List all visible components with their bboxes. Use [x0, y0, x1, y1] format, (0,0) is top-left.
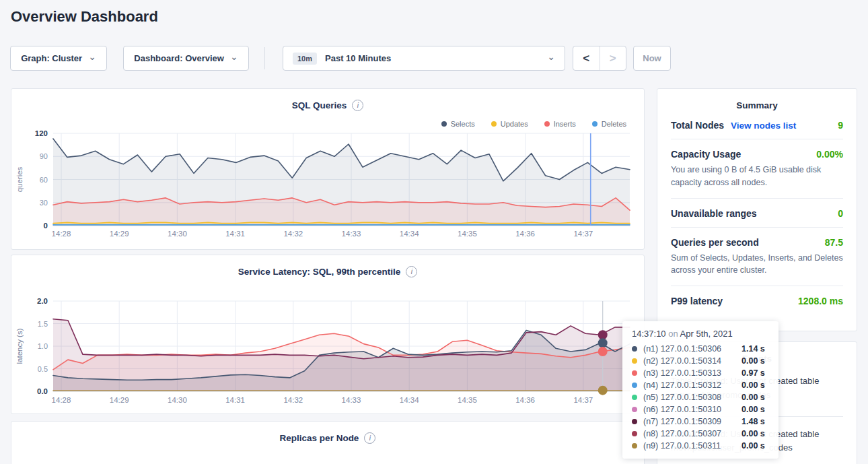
total-nodes-row: Total Nodes View nodes list 9 [657, 110, 857, 139]
sql-queries-panel: SQL Queries i SelectsUpdatesInsertsDelet… [11, 88, 645, 250]
qps-value: 87.5 [825, 237, 843, 248]
svg-text:queries: queries [15, 166, 24, 192]
node-color-dot [632, 407, 637, 412]
tooltip-node-row: (n7) 127.0.0.1:503091.48 s [632, 416, 769, 428]
service-latency-chart[interactable]: 14:2814:2914:3014:3114:3214:3314:3414:35… [11, 293, 644, 415]
svg-text:14:35: 14:35 [458, 396, 477, 404]
time-range-badge: 10m [293, 53, 317, 65]
svg-text:14:33: 14:33 [342, 230, 361, 238]
p99-latency-value: 1208.0 ms [798, 296, 843, 306]
unavailable-ranges-label: Unavailable ranges [671, 208, 757, 219]
info-icon[interactable]: i [406, 266, 417, 277]
svg-text:14:29: 14:29 [110, 230, 129, 238]
svg-text:14:34: 14:34 [400, 396, 419, 404]
legend-dot [491, 121, 497, 127]
prev-time-button[interactable]: < [573, 46, 600, 70]
tooltip-node-row: (n1) 127.0.0.1:503061.14 s [632, 343, 769, 355]
info-icon[interactable]: i [364, 432, 375, 444]
total-nodes-value: 9 [838, 120, 843, 131]
time-range-selector[interactable]: 10m Past 10 Minutes ⌄ [283, 46, 565, 71]
tooltip-node-row: (n4) 127.0.0.1:503120.00 s [632, 379, 769, 391]
tooltip-node-row: (n3) 127.0.0.1:503130.97 s [632, 367, 769, 379]
svg-text:2.0: 2.0 [37, 297, 48, 305]
legend-dot [544, 121, 550, 127]
service-latency-title: Service Latency: SQL, 99th percentile i [11, 255, 644, 277]
summary-heading: Summary [657, 89, 857, 110]
svg-text:120: 120 [35, 129, 48, 137]
svg-text:14:36: 14:36 [515, 396, 535, 404]
svg-text:14:31: 14:31 [225, 396, 245, 404]
node-color-dot [632, 431, 637, 436]
tooltip-node-row: (n5) 127.0.0.1:503080.00 s [632, 391, 769, 403]
service-latency-panel: Service Latency: SQL, 99th percentile i … [11, 255, 645, 414]
time-nav-arrows: < > [573, 46, 626, 71]
summary-panel: Summary Total Nodes View nodes list 9 Ca… [657, 88, 857, 331]
svg-text:14:32: 14:32 [283, 230, 303, 238]
graph-scope-label: Graph: Cluster [21, 53, 82, 63]
qps-desc: Sum of Selects, Updates, Inserts, and De… [657, 252, 857, 286]
svg-text:0.5: 0.5 [38, 365, 48, 373]
overview-dashboard-page: Overview Dashboard Graph: Cluster ⌄ Dash… [0, 0, 868, 464]
node-color-dot [632, 358, 637, 364]
dashboard-dropdown[interactable]: Dashboard: Overview ⌄ [123, 46, 249, 71]
svg-text:14:31: 14:31 [225, 230, 245, 238]
svg-text:14:37: 14:37 [573, 230, 593, 238]
svg-text:1.0: 1.0 [38, 342, 48, 350]
capacity-usage-value: 0.00% [816, 149, 843, 160]
svg-text:14:34: 14:34 [400, 230, 419, 238]
dashboard-label: Dashboard: Overview [134, 53, 224, 63]
p99-latency-row: P99 latency 1208.0 ms [657, 286, 857, 314]
node-color-dot [632, 395, 637, 400]
svg-text:14:30: 14:30 [168, 230, 187, 238]
unavailable-ranges-value: 0 [838, 208, 843, 219]
svg-text:14:30: 14:30 [168, 396, 187, 404]
capacity-usage-label: Capacity Usage [671, 149, 741, 160]
now-button[interactable]: Now [633, 46, 671, 71]
node-color-dot [632, 383, 637, 388]
next-time-button[interactable]: > [600, 46, 626, 70]
svg-text:latency (s): latency (s) [15, 328, 24, 364]
node-color-dot [632, 346, 637, 352]
svg-text:14:35: 14:35 [458, 230, 477, 238]
sql-queries-chart[interactable]: 14:2814:2914:3014:3114:3214:3314:3414:35… [11, 127, 644, 251]
tooltip-node-row: (n6) 127.0.0.1:503100.00 s [632, 403, 769, 416]
latency-hover-tooltip: 14:37:10 on Apr 5th, 2021 (n1) 127.0.0.1… [622, 321, 779, 459]
total-nodes-label: Total Nodes [671, 120, 724, 131]
node-color-dot [632, 419, 637, 424]
capacity-usage-desc: You are using 0 B of 4.5 GiB usable disk… [657, 164, 857, 198]
svg-text:14:28: 14:28 [52, 230, 71, 238]
qps-label: Queries per second [671, 237, 759, 248]
tooltip-timestamp: 14:37:10 on Apr 5th, 2021 [632, 329, 769, 339]
view-nodes-list-link[interactable]: View nodes list [731, 121, 796, 131]
p99-latency-label: P99 latency [671, 296, 723, 306]
svg-text:0: 0 [44, 222, 48, 230]
sql-queries-title: SQL Queries i [11, 89, 644, 111]
graph-scope-dropdown[interactable]: Graph: Cluster ⌄ [10, 46, 107, 71]
tooltip-node-row: (n8) 127.0.0.1:503070.00 s [632, 428, 769, 440]
svg-text:1.5: 1.5 [38, 320, 48, 328]
svg-text:60: 60 [40, 176, 48, 184]
svg-text:14:32: 14:32 [283, 396, 303, 404]
node-color-dot [632, 443, 637, 449]
svg-text:14:28: 14:28 [52, 396, 71, 404]
unavailable-ranges-row: Unavailable ranges 0 [657, 199, 857, 227]
svg-text:90: 90 [40, 152, 48, 160]
time-range-label: Past 10 Minutes [325, 53, 391, 63]
svg-text:14:36: 14:36 [515, 230, 535, 238]
legend-dot [592, 121, 598, 127]
svg-text:0.0: 0.0 [37, 387, 48, 395]
controls-divider [264, 47, 265, 69]
info-icon[interactable]: i [352, 100, 363, 111]
svg-text:30: 30 [40, 199, 48, 207]
tooltip-node-row: (n2) 127.0.0.1:503140.00 s [632, 355, 769, 367]
page-title: Overview Dashboard [11, 8, 158, 26]
tooltip-node-row: (n9) 127.0.0.1:503110.00 s [632, 440, 769, 452]
replicas-per-node-title: Replicas per Node i [11, 422, 644, 444]
legend-dot [441, 121, 447, 127]
replicas-per-node-panel: Replicas per Node i [11, 421, 645, 464]
node-color-dot [632, 370, 637, 376]
svg-text:14:33: 14:33 [342, 396, 361, 404]
svg-text:14:37: 14:37 [573, 396, 593, 404]
svg-text:14:29: 14:29 [110, 396, 129, 404]
